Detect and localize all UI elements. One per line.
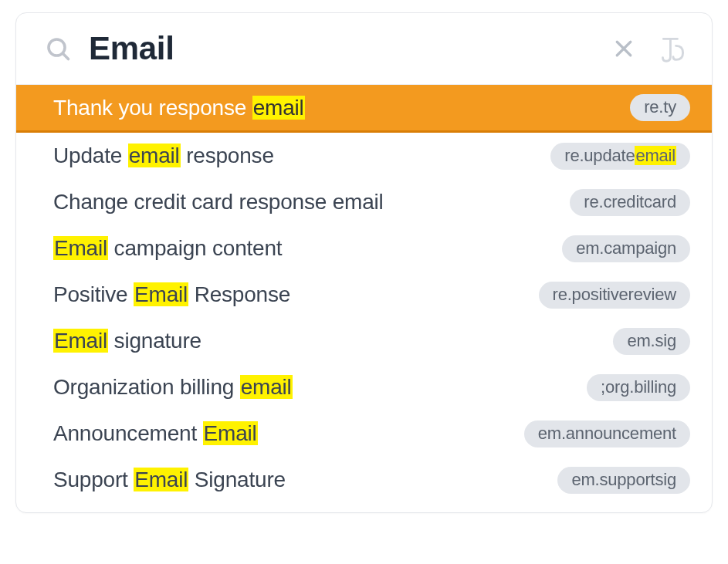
result-row[interactable]: Email signatureem.sig [16,318,712,364]
result-shortcut-tag: em.sig [613,328,690,355]
result-shortcut-tag: ;org.billing [587,374,690,401]
search-panel: Thank you response emailre.tyUpdate emai… [15,12,713,513]
result-shortcut-tag: re.creditcard [570,189,690,216]
result-row[interactable]: Support Email Signatureem.supportsig [16,457,712,503]
result-label: Email campaign content [53,236,282,261]
result-label: Positive Email Response [53,282,290,307]
result-label: Organization billing email [53,375,293,400]
result-label: Change credit card response email [53,190,384,214]
result-label: Update email response [53,144,274,168]
search-input[interactable] [89,30,591,67]
search-bar [16,13,712,85]
result-row[interactable]: Thank you response emailre.ty [16,85,712,133]
result-row[interactable]: Positive Email Responsere.positivereview [16,272,712,318]
result-row[interactable]: Update email responsere.updateemail [16,133,712,179]
app-brand-icon [656,32,690,66]
result-shortcut-tag: em.supportsig [557,467,690,494]
result-row[interactable]: Organization billing email;org.billing [16,364,712,410]
result-label: Thank you response email [53,96,305,120]
clear-button[interactable] [608,33,639,64]
result-shortcut-tag: em.announcement [524,420,690,447]
search-icon [44,35,72,62]
result-label: Email signature [53,329,201,353]
result-shortcut-tag: re.ty [630,94,690,121]
svg-line-1 [63,53,68,59]
result-label: Support Email Signature [53,468,286,492]
result-row[interactable]: Email campaign contentem.campaign [16,225,712,272]
result-shortcut-tag: em.campaign [562,235,690,262]
result-row[interactable]: Announcement Emailem.announcement [16,410,712,457]
result-label: Announcement Email [53,421,258,446]
result-shortcut-tag: re.updateemail [550,143,690,170]
results-list: Thank you response emailre.tyUpdate emai… [16,85,712,512]
result-shortcut-tag: re.positivereview [539,282,690,309]
result-row[interactable]: Change credit card response emailre.cred… [16,179,712,225]
